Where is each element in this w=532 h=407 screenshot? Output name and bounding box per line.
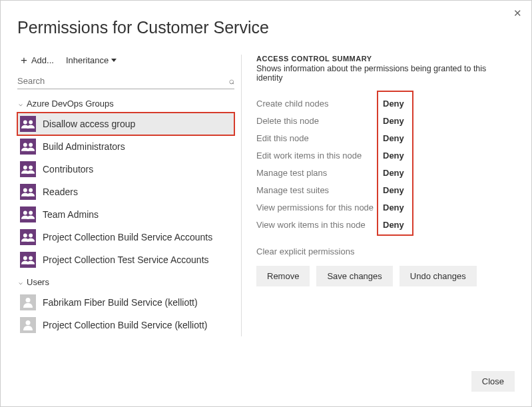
dialog-title: Permissions for Customer Service (17, 18, 531, 37)
permission-row[interactable]: Manage test suitesDeny (256, 181, 515, 199)
permission-row[interactable]: Edit work items in this nodeDeny (256, 147, 515, 164)
permission-value: Deny (383, 99, 409, 109)
svg-point-3 (29, 143, 33, 147)
group-label: Team Admins (43, 209, 99, 220)
group-item[interactable]: Project Collection Test Service Accounts (17, 248, 234, 271)
left-panel: + Add... Inheritance ⌕ ⌵ Azure DevOps Gr… (17, 55, 242, 336)
permission-name: Delete this node (256, 116, 383, 126)
svg-point-1 (29, 121, 33, 125)
group-item[interactable]: Project Collection Build Service Account… (17, 226, 234, 248)
permission-value: Deny (383, 133, 409, 143)
permission-value: Deny (383, 185, 409, 195)
svg-point-5 (29, 166, 33, 170)
permission-name: View work items in this node (256, 220, 383, 230)
user-item[interactable]: Fabrikam Fiber Build Service (kelliott) (17, 291, 234, 314)
search-input[interactable] (17, 76, 229, 86)
permission-value: Deny (383, 116, 409, 126)
undo-changes-button[interactable]: Undo changes (399, 266, 477, 286)
plus-icon: + (21, 55, 27, 66)
groups-header-label: Azure DevOps Groups (27, 99, 114, 109)
group-icon (20, 229, 36, 245)
group-label: Contributors (43, 164, 93, 175)
group-icon (20, 116, 36, 132)
permission-row[interactable]: Manage test plansDeny (256, 164, 515, 181)
permission-row[interactable]: View work items in this nodeDeny (256, 216, 515, 233)
group-label: Readers (43, 187, 78, 197)
group-label: Project Collection Build Service Account… (43, 232, 212, 242)
group-icon (20, 206, 36, 222)
save-changes-button[interactable]: Save changes (316, 266, 392, 286)
user-label: Project Collection Build Service (kellio… (43, 320, 207, 330)
close-icon[interactable]: ✕ (513, 7, 522, 19)
user-icon (20, 294, 36, 310)
group-icon (20, 161, 36, 177)
group-item[interactable]: Team Admins (17, 203, 234, 226)
svg-point-11 (29, 234, 33, 238)
group-icon (20, 184, 36, 200)
permission-row[interactable]: Create child nodesDeny (256, 95, 515, 112)
permission-name: Edit this node (256, 133, 383, 143)
svg-point-4 (23, 166, 27, 170)
svg-point-8 (23, 211, 27, 215)
clear-permissions-link[interactable]: Clear explicit permissions (256, 246, 515, 256)
user-icon (20, 317, 36, 333)
svg-point-10 (23, 234, 27, 238)
group-icon (20, 139, 36, 155)
users-header-label: Users (27, 277, 49, 287)
permissions-table: Create child nodesDenyDelete this nodeDe… (256, 95, 515, 233)
svg-point-14 (26, 298, 31, 302)
permission-name: View permissions for this node (256, 203, 383, 212)
svg-point-9 (29, 211, 33, 215)
remove-button[interactable]: Remove (256, 266, 310, 286)
permission-name: Manage test suites (256, 185, 383, 195)
permission-value: Deny (383, 151, 409, 161)
groups-header[interactable]: ⌵ Azure DevOps Groups (17, 95, 234, 113)
group-item[interactable]: Readers (17, 181, 234, 203)
chevron-down-icon (111, 59, 117, 62)
svg-point-2 (23, 143, 27, 147)
user-label: Fabrikam Fiber Build Service (kelliott) (43, 297, 198, 308)
group-label: Project Collection Test Service Accounts (43, 254, 209, 265)
group-item[interactable]: Contributors (17, 158, 234, 181)
svg-point-0 (23, 121, 27, 125)
permission-row[interactable]: Edit this nodeDeny (256, 129, 515, 147)
svg-point-7 (29, 189, 33, 193)
permission-value: Deny (383, 168, 409, 178)
group-label: Build Administrators (43, 141, 125, 152)
permission-name: Manage test plans (256, 168, 383, 178)
acs-title: ACCESS CONTROL SUMMARY (256, 55, 515, 63)
inheritance-label: Inheritance (66, 55, 109, 65)
add-label: Add... (31, 55, 54, 65)
group-label: Disallow access group (43, 119, 135, 129)
search-box[interactable]: ⌕ (17, 73, 234, 89)
svg-point-12 (23, 256, 27, 260)
search-icon: ⌕ (229, 75, 234, 86)
svg-point-15 (26, 320, 31, 325)
permission-row[interactable]: Delete this nodeDeny (256, 112, 515, 129)
permission-value: Deny (383, 203, 409, 212)
permission-value: Deny (383, 220, 409, 230)
acs-subtitle: Shows information about the permissions … (256, 64, 515, 83)
inheritance-dropdown[interactable]: Inheritance (66, 55, 117, 65)
permission-row[interactable]: View permissions for this nodeDeny (256, 199, 515, 216)
group-icon (20, 252, 36, 268)
close-button[interactable]: Close (471, 371, 515, 392)
svg-point-6 (23, 189, 27, 193)
permission-name: Edit work items in this node (256, 151, 383, 161)
chevron-down-icon: ⌵ (19, 278, 23, 286)
right-panel: ACCESS CONTROL SUMMARY Shows information… (242, 55, 515, 336)
add-button[interactable]: + Add... (21, 55, 54, 66)
group-item[interactable]: Disallow access group (17, 113, 234, 135)
permission-name: Create child nodes (256, 99, 383, 109)
users-header[interactable]: ⌵ Users (17, 273, 234, 291)
group-item[interactable]: Build Administrators (17, 135, 234, 158)
svg-point-13 (29, 256, 33, 260)
chevron-down-icon: ⌵ (19, 100, 23, 107)
user-item[interactable]: Project Collection Build Service (kellio… (17, 314, 234, 336)
